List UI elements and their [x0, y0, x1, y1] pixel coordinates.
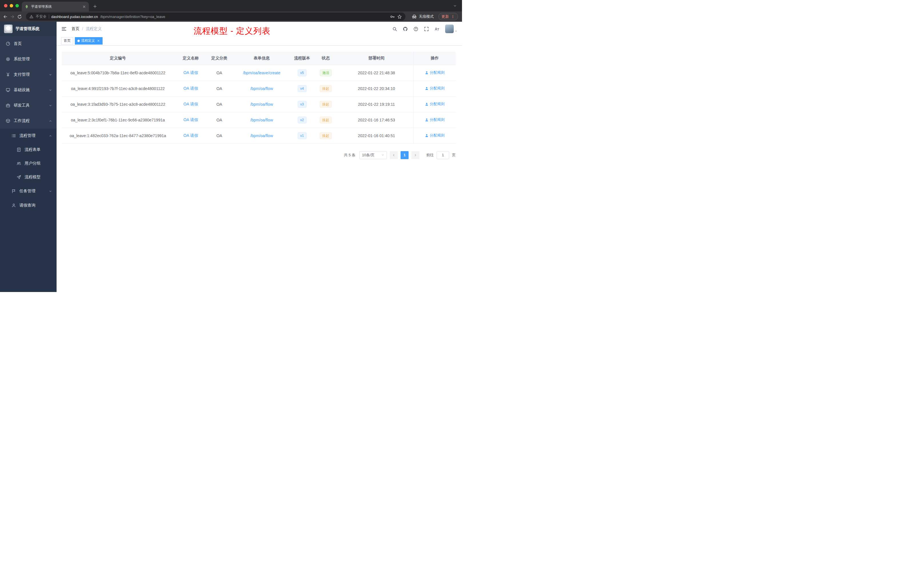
sidebar-item-process-model[interactable]: 流程模型 — [0, 170, 56, 184]
fullscreen-icon[interactable] — [424, 26, 429, 31]
sidebar-item-leave-query[interactable]: 请假查询 — [0, 198, 56, 213]
close-window-button[interactable] — [4, 4, 7, 7]
cell-actions: 分配规则 — [413, 112, 456, 128]
sidebar-item-home[interactable]: 首页 — [0, 36, 56, 51]
cell-definition-name: OA 请假 — [174, 81, 208, 96]
cell-actions: 分配规则 — [413, 128, 456, 144]
prev-page-button[interactable] — [390, 151, 398, 159]
table-row: oa_leave:4:991f2193-7b7f-11ec-a3c8-acde4… — [62, 81, 456, 96]
update-button[interactable]: 更新 — [438, 13, 458, 20]
assign-rule-link[interactable]: 分配规则 — [425, 86, 445, 91]
app-title: 芋道管理系统 — [15, 26, 40, 31]
definition-name-link[interactable]: OA 请假 — [183, 133, 198, 138]
close-icon[interactable] — [97, 39, 100, 42]
github-icon[interactable] — [403, 26, 408, 31]
sidebar-item-label: 流程管理 — [20, 133, 35, 138]
url-host: dashboard.yudao.iocoder.cn — [51, 15, 98, 19]
user-avatar[interactable] — [445, 25, 457, 33]
sidebar-logo[interactable]: 芋道管理系统 — [0, 22, 56, 36]
sidebar-item-infrastructure[interactable]: 基础设施 — [0, 82, 56, 98]
address-bar[interactable]: 不安全 dashboard.yudao.iocoder.cn/bpm/manag… — [26, 13, 406, 21]
column-header: 表单信息 — [231, 52, 292, 65]
reload-button[interactable] — [17, 14, 22, 19]
form-info-link[interactable]: /bpm/oa/flow — [250, 102, 273, 107]
table-row: oa_leave:1:482ec033-762a-11ec-8477-a2380… — [62, 128, 456, 144]
cell-version: v2 — [292, 112, 312, 128]
tag-item[interactable]: 流程定义 — [75, 37, 102, 45]
form-info-link[interactable]: /bpm/oa/leave/create — [243, 71, 280, 75]
tags-view: 首页流程定义 — [56, 36, 462, 46]
navbar-actions — [392, 25, 457, 33]
definition-name-link[interactable]: OA 请假 — [183, 117, 198, 122]
cell-definition-id: oa_leave:2:3c1f0ef1-76b1-11ec-9c66-a2380… — [62, 112, 174, 128]
minimize-window-button[interactable] — [10, 4, 13, 7]
status-badge: 挂起 — [320, 85, 332, 92]
listmgmt-icon — [12, 134, 16, 138]
sidebar-item-payment[interactable]: 支付管理 — [0, 67, 56, 82]
tag-item[interactable]: 首页 — [61, 37, 73, 45]
sidebar-item-label: 支付管理 — [14, 72, 30, 77]
bookmark-star-icon[interactable] — [397, 14, 402, 19]
sidebar-item-system[interactable]: 系统管理 — [0, 51, 56, 67]
sidebar: 芋道管理系统 首页系统管理支付管理基础设施研发工具工作流程流程管理流程表单用户分… — [0, 22, 56, 292]
chevron-up-icon — [49, 134, 52, 137]
browser-menu-icon[interactable] — [451, 15, 455, 18]
cell-version: v1 — [292, 128, 312, 144]
security-warning-icon[interactable] — [30, 15, 33, 18]
pagination-total: 共 5 条 — [344, 153, 355, 158]
sidebar-item-process-mgmt[interactable]: 流程管理 — [0, 129, 56, 143]
infra-icon — [6, 88, 10, 92]
help-icon[interactable] — [413, 26, 418, 31]
chevron-left-icon — [392, 153, 396, 157]
goto-page-input[interactable] — [437, 151, 449, 159]
chevron-down-icon — [49, 58, 52, 61]
cell-status: 挂起 — [312, 112, 340, 128]
breadcrumb-home[interactable]: 首页 — [71, 26, 79, 31]
cell-definition-id: oa_leave:4:991f2193-7b7f-11ec-a3c8-acde4… — [62, 81, 174, 96]
forward-button[interactable] — [10, 14, 15, 19]
sidebar-item-process-form[interactable]: 流程表单 — [0, 143, 56, 157]
form-info-link[interactable]: /bpm/oa/flow — [250, 118, 273, 122]
column-header: 部署时间 — [340, 52, 413, 65]
assign-rule-link[interactable]: 分配规则 — [425, 133, 445, 138]
tab-search-icon[interactable] — [453, 4, 457, 8]
search-icon[interactable] — [392, 26, 397, 31]
back-button[interactable] — [3, 14, 8, 19]
cell-status: 挂起 — [312, 81, 340, 96]
cell-version: v5 — [292, 65, 312, 81]
cell-category: OA — [208, 81, 231, 96]
font-size-icon[interactable] — [435, 26, 439, 31]
assign-rule-link[interactable]: 分配规则 — [425, 117, 445, 122]
zoom-window-button[interactable] — [15, 4, 19, 7]
form-info-link[interactable]: /bpm/oa/flow — [250, 86, 273, 91]
definition-name-link[interactable]: OA 请假 — [183, 70, 198, 75]
cell-definition-name: OA 请假 — [174, 112, 208, 128]
tab-close-icon[interactable] — [82, 5, 86, 8]
page-number-button[interactable]: 1 — [401, 151, 409, 159]
sidebar-item-task-mgmt[interactable]: 任务管理 — [0, 184, 56, 198]
form-info-link[interactable]: /bpm/oa/flow — [250, 134, 273, 138]
status-badge: 激活 — [320, 69, 332, 76]
sidebar-item-devtools[interactable]: 研发工具 — [0, 98, 56, 113]
column-header: 定义名称 — [174, 52, 208, 65]
definition-name-link[interactable]: OA 请假 — [183, 86, 198, 91]
assign-rule-link[interactable]: 分配规则 — [425, 101, 445, 107]
new-tab-button[interactable] — [93, 4, 97, 8]
definition-name-link[interactable]: OA 请假 — [183, 102, 198, 106]
incognito-icon — [412, 14, 417, 19]
browser-tab[interactable]: 芋道管理系统 — [22, 2, 89, 12]
sidebar-item-workflow[interactable]: 工作流程 — [0, 113, 56, 129]
person-icon — [12, 203, 16, 208]
hamburger-icon[interactable] — [61, 26, 67, 32]
cell-status: 挂起 — [312, 96, 340, 112]
page-size-select[interactable]: 10条/页 — [360, 151, 387, 159]
password-key-icon[interactable] — [390, 14, 395, 19]
browser-toolbar: 不安全 dashboard.yudao.iocoder.cn/bpm/manag… — [0, 12, 462, 22]
next-page-button[interactable] — [411, 151, 419, 159]
assign-rule-link[interactable]: 分配规则 — [425, 70, 445, 75]
user-icon — [425, 134, 429, 137]
cell-actions: 分配规则 — [413, 96, 456, 112]
column-header: 状态 — [312, 52, 340, 65]
incognito-badge: 无痕模式 — [412, 14, 434, 19]
sidebar-item-user-group[interactable]: 用户分组 — [0, 157, 56, 170]
